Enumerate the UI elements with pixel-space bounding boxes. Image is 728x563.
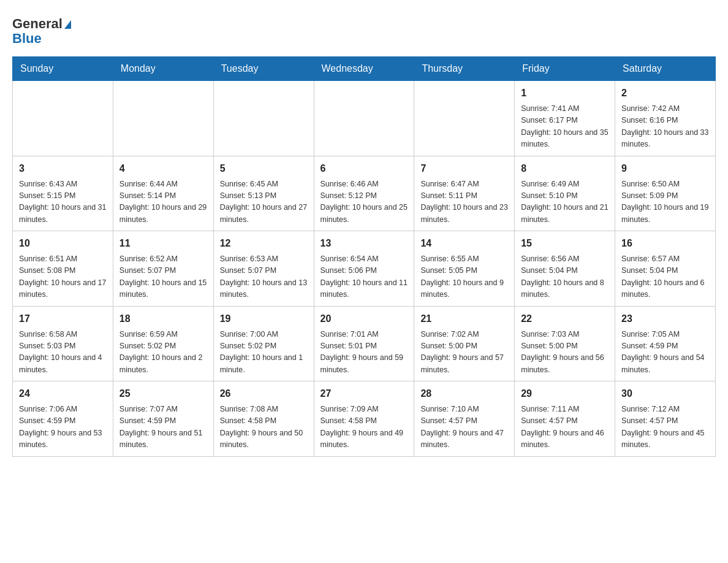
day-number: 2 bbox=[621, 86, 709, 101]
calendar-cell: 30Sunrise: 7:12 AM Sunset: 4:57 PM Dayli… bbox=[615, 381, 716, 457]
day-info: Sunrise: 6:57 AM Sunset: 5:04 PM Dayligh… bbox=[621, 253, 709, 301]
calendar-cell: 8Sunrise: 6:49 AM Sunset: 5:10 PM Daylig… bbox=[515, 156, 615, 231]
calendar-cell: 4Sunrise: 6:44 AM Sunset: 5:14 PM Daylig… bbox=[113, 156, 213, 231]
day-info: Sunrise: 7:41 AM Sunset: 6:17 PM Dayligh… bbox=[521, 103, 609, 151]
day-info: Sunrise: 7:09 AM Sunset: 4:58 PM Dayligh… bbox=[320, 404, 408, 451]
weekday-header-thursday: Thursday bbox=[414, 57, 515, 81]
calendar-cell: 18Sunrise: 6:59 AM Sunset: 5:02 PM Dayli… bbox=[113, 306, 213, 381]
day-number: 23 bbox=[621, 312, 709, 326]
day-info: Sunrise: 6:47 AM Sunset: 5:11 PM Dayligh… bbox=[420, 178, 508, 226]
day-number: 30 bbox=[621, 386, 709, 401]
day-number: 17 bbox=[19, 312, 107, 326]
calendar-table: SundayMondayTuesdayWednesdayThursdayFrid… bbox=[12, 56, 716, 457]
logo-brand: General bbox=[12, 17, 63, 31]
day-info: Sunrise: 7:42 AM Sunset: 6:16 PM Dayligh… bbox=[621, 103, 709, 151]
day-info: Sunrise: 6:44 AM Sunset: 5:14 PM Dayligh… bbox=[119, 178, 207, 226]
day-number: 10 bbox=[19, 236, 107, 251]
day-info: Sunrise: 6:54 AM Sunset: 5:06 PM Dayligh… bbox=[320, 253, 408, 301]
calendar-cell: 6Sunrise: 6:46 AM Sunset: 5:12 PM Daylig… bbox=[314, 156, 414, 231]
day-number: 21 bbox=[420, 312, 508, 326]
calendar-cell bbox=[113, 81, 213, 156]
calendar-cell bbox=[414, 81, 515, 156]
day-info: Sunrise: 6:56 AM Sunset: 5:04 PM Dayligh… bbox=[521, 253, 609, 301]
calendar-cell bbox=[314, 81, 414, 156]
calendar-cell: 28Sunrise: 7:10 AM Sunset: 4:57 PM Dayli… bbox=[414, 381, 515, 457]
day-number: 6 bbox=[320, 161, 408, 176]
day-number: 26 bbox=[220, 386, 308, 401]
calendar-cell: 2Sunrise: 7:42 AM Sunset: 6:16 PM Daylig… bbox=[615, 81, 716, 156]
calendar-cell: 21Sunrise: 7:02 AM Sunset: 5:00 PM Dayli… bbox=[414, 306, 515, 381]
day-info: Sunrise: 6:50 AM Sunset: 5:09 PM Dayligh… bbox=[621, 178, 709, 226]
day-info: Sunrise: 6:51 AM Sunset: 5:08 PM Dayligh… bbox=[19, 253, 107, 301]
day-number: 24 bbox=[19, 386, 107, 401]
calendar-cell bbox=[13, 81, 113, 156]
day-number: 8 bbox=[521, 161, 609, 176]
calendar-cell: 26Sunrise: 7:08 AM Sunset: 4:58 PM Dayli… bbox=[213, 381, 314, 457]
weekday-header-saturday: Saturday bbox=[615, 57, 716, 81]
day-number: 14 bbox=[420, 236, 508, 251]
day-number: 1 bbox=[521, 86, 609, 101]
day-number: 7 bbox=[420, 161, 508, 176]
week-row-3: 10Sunrise: 6:51 AM Sunset: 5:08 PM Dayli… bbox=[13, 231, 716, 307]
calendar-cell: 24Sunrise: 7:06 AM Sunset: 4:59 PM Dayli… bbox=[13, 381, 113, 457]
day-info: Sunrise: 7:00 AM Sunset: 5:02 PM Dayligh… bbox=[220, 329, 308, 377]
week-row-2: 3Sunrise: 6:43 AM Sunset: 5:15 PM Daylig… bbox=[13, 156, 716, 231]
day-info: Sunrise: 6:52 AM Sunset: 5:07 PM Dayligh… bbox=[119, 253, 207, 301]
day-number: 25 bbox=[119, 386, 207, 401]
calendar-cell: 20Sunrise: 7:01 AM Sunset: 5:01 PM Dayli… bbox=[314, 306, 414, 381]
weekday-header-friday: Friday bbox=[515, 57, 615, 81]
calendar-cell: 23Sunrise: 7:05 AM Sunset: 4:59 PM Dayli… bbox=[615, 306, 716, 381]
day-info: Sunrise: 6:58 AM Sunset: 5:03 PM Dayligh… bbox=[19, 329, 107, 377]
weekday-header-wednesday: Wednesday bbox=[314, 57, 414, 81]
day-number: 16 bbox=[621, 236, 709, 251]
day-number: 29 bbox=[521, 386, 609, 401]
calendar-cell: 29Sunrise: 7:11 AM Sunset: 4:57 PM Dayli… bbox=[515, 381, 615, 457]
calendar-cell: 15Sunrise: 6:56 AM Sunset: 5:04 PM Dayli… bbox=[515, 231, 615, 307]
calendar-cell: 9Sunrise: 6:50 AM Sunset: 5:09 PM Daylig… bbox=[615, 156, 716, 231]
day-number: 15 bbox=[521, 236, 609, 251]
day-info: Sunrise: 7:02 AM Sunset: 5:00 PM Dayligh… bbox=[420, 329, 508, 377]
calendar-cell: 14Sunrise: 6:55 AM Sunset: 5:05 PM Dayli… bbox=[414, 231, 515, 307]
day-number: 3 bbox=[19, 161, 107, 176]
day-info: Sunrise: 7:11 AM Sunset: 4:57 PM Dayligh… bbox=[521, 404, 609, 451]
logo-accent: Blue bbox=[12, 31, 42, 47]
day-info: Sunrise: 6:55 AM Sunset: 5:05 PM Dayligh… bbox=[420, 253, 508, 301]
logo: General Blue bbox=[12, 12, 71, 47]
weekday-header-tuesday: Tuesday bbox=[213, 57, 314, 81]
day-number: 28 bbox=[420, 386, 508, 401]
day-number: 19 bbox=[220, 312, 308, 326]
day-number: 4 bbox=[119, 161, 207, 176]
calendar-cell: 1Sunrise: 7:41 AM Sunset: 6:17 PM Daylig… bbox=[515, 81, 615, 156]
calendar-cell: 17Sunrise: 6:58 AM Sunset: 5:03 PM Dayli… bbox=[13, 306, 113, 381]
day-info: Sunrise: 7:08 AM Sunset: 4:58 PM Dayligh… bbox=[220, 404, 308, 451]
day-number: 5 bbox=[220, 161, 308, 176]
day-number: 12 bbox=[220, 236, 308, 251]
week-row-1: 1Sunrise: 7:41 AM Sunset: 6:17 PM Daylig… bbox=[13, 81, 716, 156]
day-info: Sunrise: 6:59 AM Sunset: 5:02 PM Dayligh… bbox=[119, 329, 207, 377]
day-info: Sunrise: 7:01 AM Sunset: 5:01 PM Dayligh… bbox=[320, 329, 408, 377]
calendar-cell: 10Sunrise: 6:51 AM Sunset: 5:08 PM Dayli… bbox=[13, 231, 113, 307]
day-info: Sunrise: 6:46 AM Sunset: 5:12 PM Dayligh… bbox=[320, 178, 408, 226]
day-number: 22 bbox=[521, 312, 609, 326]
calendar-cell: 7Sunrise: 6:47 AM Sunset: 5:11 PM Daylig… bbox=[414, 156, 515, 231]
day-number: 20 bbox=[320, 312, 408, 326]
weekday-header-sunday: Sunday bbox=[13, 57, 113, 81]
calendar-cell: 22Sunrise: 7:03 AM Sunset: 5:00 PM Dayli… bbox=[515, 306, 615, 381]
calendar-cell: 27Sunrise: 7:09 AM Sunset: 4:58 PM Dayli… bbox=[314, 381, 414, 457]
day-info: Sunrise: 7:07 AM Sunset: 4:59 PM Dayligh… bbox=[119, 404, 207, 451]
day-number: 27 bbox=[320, 386, 408, 401]
day-info: Sunrise: 7:12 AM Sunset: 4:57 PM Dayligh… bbox=[621, 404, 709, 451]
day-info: Sunrise: 7:05 AM Sunset: 4:59 PM Dayligh… bbox=[621, 329, 709, 377]
day-number: 13 bbox=[320, 236, 408, 251]
day-number: 18 bbox=[119, 312, 207, 326]
day-info: Sunrise: 6:45 AM Sunset: 5:13 PM Dayligh… bbox=[220, 178, 308, 226]
calendar-cell: 12Sunrise: 6:53 AM Sunset: 5:07 PM Dayli… bbox=[213, 231, 314, 307]
calendar-cell: 16Sunrise: 6:57 AM Sunset: 5:04 PM Dayli… bbox=[615, 231, 716, 307]
day-info: Sunrise: 7:03 AM Sunset: 5:00 PM Dayligh… bbox=[521, 329, 609, 377]
week-row-5: 24Sunrise: 7:06 AM Sunset: 4:59 PM Dayli… bbox=[13, 381, 716, 457]
week-row-4: 17Sunrise: 6:58 AM Sunset: 5:03 PM Dayli… bbox=[13, 306, 716, 381]
day-info: Sunrise: 6:49 AM Sunset: 5:10 PM Dayligh… bbox=[521, 178, 609, 226]
calendar-cell: 19Sunrise: 7:00 AM Sunset: 5:02 PM Dayli… bbox=[213, 306, 314, 381]
calendar-cell: 25Sunrise: 7:07 AM Sunset: 4:59 PM Dayli… bbox=[113, 381, 213, 457]
calendar-cell bbox=[213, 81, 314, 156]
